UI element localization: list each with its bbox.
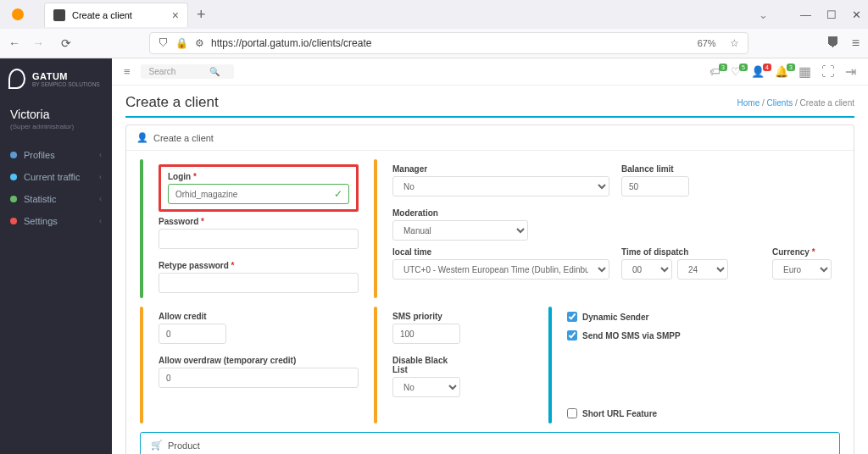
dynamic-sender-field[interactable]: Dynamic Sender [567, 312, 681, 322]
window-controls: ⌄ — ☐ ✕ [759, 8, 861, 21]
disable-blacklist-label: Disable Black List [392, 356, 460, 374]
pocket-icon[interactable]: ⛊ [826, 36, 840, 51]
reload-icon[interactable]: ⟳ [61, 36, 71, 50]
lock-icon: 🔒 [175, 37, 188, 49]
nav-label: Profiles [24, 150, 55, 160]
page-title: Create a client [125, 94, 219, 111]
balance-limit-label: Balance limit [621, 164, 689, 174]
section-bar [374, 307, 377, 424]
search-placeholder: Search [149, 67, 176, 76]
new-tab-button[interactable]: + [197, 6, 206, 24]
user-icon: 👤 [136, 132, 148, 143]
tab-title: Create a client [72, 10, 132, 20]
page-header: Create a client Home / Clients / Create … [112, 86, 868, 116]
url-box[interactable]: ⛉ 🔒 ⚙ https://portal.gatum.io/clients/cr… [149, 32, 748, 54]
disable-blacklist-select[interactable]: No [392, 377, 460, 397]
close-window-icon[interactable]: ✕ [852, 8, 861, 21]
browser-tab[interactable]: Create a client × [44, 3, 188, 27]
product-icon: 🛒 [151, 440, 163, 451]
logout-icon[interactable]: ⇥ [845, 64, 856, 80]
currency-label: Currency * [772, 247, 832, 257]
retype-password-label: Retype password * [159, 261, 359, 270]
browser-chrome: Create a client × + ⌄ — ☐ ✕ ← → ⟳ ⛉ 🔒 ⚙ … [0, 0, 868, 58]
product-panel: 🛒 Product Product type [140, 432, 840, 454]
menu-icon[interactable]: ≡ [852, 36, 860, 51]
dispatch-to-select[interactable]: 24 [677, 259, 728, 280]
panel-title: Create a client [153, 133, 214, 143]
send-mo-smpp-checkbox[interactable] [567, 330, 577, 340]
expand-icon[interactable]: ⛶ [821, 64, 835, 80]
sidebar-item-current-traffic[interactable]: Current traffic ‹ [0, 166, 112, 188]
chevron-icon: ‹ [99, 151, 102, 159]
short-url-field[interactable]: Short URL Feature [567, 408, 657, 418]
brand-name: GATUM [32, 71, 100, 81]
breadcrumb: Home / Clients / Create a client [737, 98, 854, 108]
password-label: Password * [159, 217, 359, 226]
moderation-select[interactable]: Manual [392, 220, 528, 241]
breadcrumb-clients[interactable]: Clients [767, 98, 793, 108]
breadcrumb-home[interactable]: Home [737, 98, 760, 108]
chevron-icon: ‹ [99, 173, 102, 181]
pricetag-icon[interactable]: 🏷3 [709, 65, 721, 78]
login-highlight-box: Login * ✓ [159, 164, 359, 212]
allow-overdraw-input[interactable] [159, 368, 359, 388]
user-name: Victoria [0, 99, 112, 123]
zoom-label[interactable]: 67% [698, 38, 716, 48]
bell-icon[interactable]: 🔔3 [775, 65, 788, 78]
back-icon[interactable]: ← [8, 36, 20, 50]
chevron-down-icon[interactable]: ⌄ [759, 8, 768, 21]
section-bar [140, 307, 143, 424]
login-input[interactable] [168, 184, 349, 204]
short-url-checkbox[interactable] [567, 408, 577, 418]
maximize-icon[interactable]: ☐ [826, 8, 837, 21]
sms-priority-label: SMS priority [392, 312, 460, 321]
check-icon: ✓ [334, 188, 342, 200]
user-role: (Super administrator) [0, 123, 112, 144]
user-icon[interactable]: 👤4 [751, 65, 765, 78]
balance-limit-input[interactable] [621, 176, 689, 197]
address-bar: ← → ⟳ ⛉ 🔒 ⚙ https://portal.gatum.io/clie… [0, 29, 868, 58]
nav-label: Settings [24, 216, 58, 226]
hamburger-icon[interactable]: ≡ [124, 65, 131, 78]
retype-password-input[interactable] [159, 273, 359, 293]
allow-overdraw-label: Allow overdraw (temporary credit) [159, 356, 359, 365]
panel-create-client: 👤 Create a client Login * ✓ [125, 125, 854, 454]
search-icon: 🔍 [209, 67, 220, 76]
tab-underline [125, 116, 854, 118]
minimize-icon[interactable]: — [800, 8, 811, 21]
settings-toggle-icon: ⚙ [195, 37, 204, 49]
nav-label: Current traffic [24, 172, 80, 182]
sidebar-item-profiles[interactable]: Profiles ‹ [0, 144, 112, 166]
allow-credit-input[interactable] [159, 324, 226, 344]
currency-select[interactable]: Euro [772, 259, 832, 280]
logo: GATUM BY SEMPICO SOLUTIONS [0, 58, 112, 99]
local-time-select[interactable]: UTC+0 - Western European Time (Dublin, E… [392, 259, 609, 280]
forward-icon: → [32, 36, 44, 50]
main-area: ≡ Search 🔍 🏷3 ♡5 👤4 🔔3 ▦ ⛶ ⇥ Create a cl… [112, 58, 868, 454]
section-bar [548, 307, 552, 424]
breadcrumb-current: Create a client [800, 98, 854, 108]
password-input[interactable] [159, 229, 359, 249]
favicon-icon [53, 9, 65, 21]
section-bar [140, 159, 143, 298]
product-title: Product [168, 440, 200, 451]
dynamic-sender-checkbox[interactable] [567, 312, 577, 322]
logo-icon [8, 69, 25, 89]
manager-select[interactable]: No [392, 176, 609, 197]
local-time-label: local time [392, 247, 609, 257]
time-dispatch-label: Time of dispatch [621, 247, 728, 257]
sidebar-item-settings[interactable]: Settings ‹ [0, 210, 112, 232]
statistic-icon [10, 196, 17, 202]
grid-icon[interactable]: ▦ [798, 64, 811, 80]
sms-priority-input[interactable] [392, 324, 460, 344]
search-input[interactable]: Search 🔍 [141, 64, 234, 79]
heart-icon[interactable]: ♡5 [731, 65, 741, 78]
sidebar: GATUM BY SEMPICO SOLUTIONS Victoria (Sup… [0, 58, 112, 454]
send-mo-smpp-field[interactable]: Send MO SMS via SMPP [567, 330, 681, 340]
dispatch-from-select[interactable]: 00 [621, 259, 672, 280]
section-bar [374, 159, 377, 298]
sidebar-item-statistic[interactable]: Statistic ‹ [0, 188, 112, 210]
close-tab-icon[interactable]: × [172, 8, 179, 22]
star-icon[interactable]: ☆ [730, 37, 739, 49]
firefox-icon [12, 8, 24, 20]
